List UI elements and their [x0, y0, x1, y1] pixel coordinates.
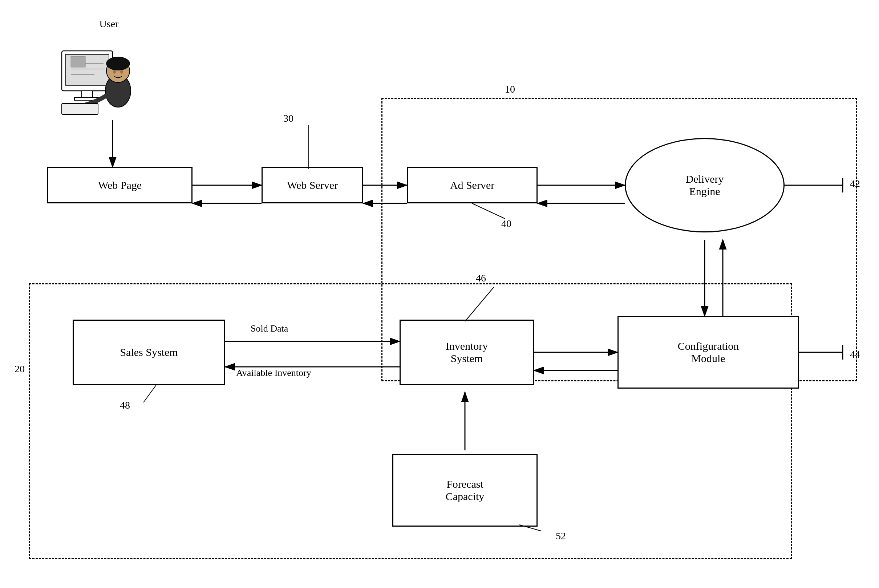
- ad-server-box: Ad Server: [407, 167, 538, 203]
- svg-point-31: [113, 70, 116, 74]
- web-server-box: Web Server: [261, 167, 363, 203]
- user-illustration: [51, 29, 145, 131]
- ref-42: 42: [850, 178, 860, 190]
- sold-data-label: Sold Data: [250, 323, 288, 334]
- configuration-module-box: Configuration Module: [618, 316, 799, 388]
- forecast-capacity-box: Forecast Capacity: [392, 454, 538, 526]
- ref-46: 46: [476, 272, 486, 284]
- svg-rect-27: [71, 56, 86, 67]
- ref-30: 30: [284, 112, 294, 124]
- ref-10: 10: [505, 84, 515, 95]
- user-label: User: [73, 18, 145, 30]
- inventory-system-box: Inventory System: [399, 320, 534, 385]
- sales-system-box: Sales System: [73, 320, 225, 385]
- svg-rect-33: [62, 104, 98, 114]
- svg-point-32: [120, 70, 123, 74]
- ref-20: 20: [15, 363, 25, 375]
- ref-48: 48: [120, 399, 130, 411]
- ref-44: 44: [850, 349, 860, 360]
- web-page-box: Web Page: [47, 167, 192, 203]
- ref-40: 40: [501, 218, 512, 230]
- svg-point-30: [106, 57, 130, 70]
- ref-52: 52: [556, 530, 566, 542]
- delivery-engine-circle: Delivery Engine: [625, 138, 784, 232]
- available-inventory-label: Available Inventory: [236, 367, 311, 379]
